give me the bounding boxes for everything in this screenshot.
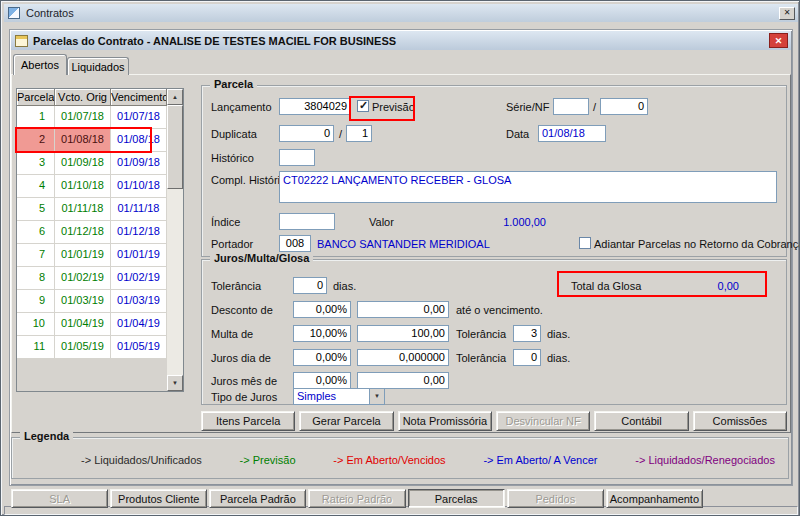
- ate-vencimento-label: até o vencimento.: [456, 304, 543, 316]
- data-input[interactable]: 01/08/18: [538, 125, 606, 142]
- dialog-close-button[interactable]: ✕: [769, 33, 788, 48]
- action-button-itens-parcela[interactable]: Itens Parcela: [201, 411, 295, 431]
- cell-parcela: 7: [17, 244, 55, 267]
- table-row-parcela-8[interactable]: 801/02/1901/02/19: [17, 267, 167, 290]
- serie-nf-slash: /: [593, 101, 596, 113]
- juros-dia-tolerancia-label: Tolerância: [456, 352, 506, 364]
- multa-tolerancia-input[interactable]: 3: [513, 325, 541, 342]
- juros-dia-valor-input[interactable]: 0,000000: [357, 349, 449, 366]
- action-button-comissoes[interactable]: Comissões: [693, 411, 787, 431]
- table-row-parcela-5[interactable]: 501/11/1801/11/18: [17, 198, 167, 221]
- tolerancia-label: Tolerância: [211, 280, 261, 292]
- action-button-desvincular-nf: Desvincular NF: [496, 411, 590, 431]
- historico-label: Histórico: [211, 152, 254, 164]
- nav-button-produtos-cliente[interactable]: Produtos Cliente: [110, 489, 207, 508]
- table-row-parcela-10[interactable]: 1001/04/1901/04/19: [17, 313, 167, 336]
- juros-dia-pct-input[interactable]: 0,00%: [293, 349, 351, 366]
- desconto-pct-input[interactable]: 0,00%: [293, 301, 351, 318]
- tipo-juros-select[interactable]: Simples ▼: [293, 388, 385, 405]
- lancamento-label: Lançamento: [211, 101, 272, 113]
- parcelas-scrollbar[interactable]: ▲ ▼: [167, 89, 183, 391]
- legend-item-em-aberto-vencidos: -> Em Aberto/Vencidos: [333, 454, 445, 466]
- combo-arrow-icon[interactable]: ▼: [369, 389, 384, 404]
- contratos-window: Contratos ✕ Parcelas do Contrato - ANALI…: [0, 0, 800, 516]
- cell-vcto: 01/01/19: [55, 244, 111, 267]
- serie-input[interactable]: [553, 98, 589, 115]
- outer-close-button[interactable]: ✕: [779, 7, 795, 20]
- juros-dia-label: Juros dia de: [211, 352, 271, 364]
- juros-dia-dias-label: dias.: [547, 352, 570, 364]
- lancamento-input[interactable]: 3804029: [279, 98, 351, 115]
- nav-button-parcela-padrao[interactable]: Parcela Padrão: [209, 489, 306, 508]
- table-row-parcela-6[interactable]: 601/12/1801/12/18: [17, 221, 167, 244]
- tolerancia-input[interactable]: 0: [293, 277, 327, 294]
- dialog-titlebar[interactable]: Parcelas do Contrato - ANALISE DE TESTES…: [11, 31, 791, 50]
- cell-vcto: 01/04/19: [55, 313, 111, 336]
- nav-button-parcelas[interactable]: Parcelas: [408, 489, 505, 508]
- cell-vcto: 01/10/18: [55, 175, 111, 198]
- table-row-parcela-2[interactable]: 201/08/1801/08/18: [17, 129, 167, 152]
- previsao-checkbox[interactable]: [357, 100, 369, 112]
- action-button-bar: Itens ParcelaGerar ParcelaNota Promissór…: [201, 411, 787, 431]
- multa-label: Multa de: [211, 328, 253, 340]
- total-glosa-value: 0,00: [661, 280, 739, 292]
- table-row-parcela-4[interactable]: 401/10/1801/10/18: [17, 175, 167, 198]
- action-button-gerar-parcela[interactable]: Gerar Parcela: [299, 411, 393, 431]
- multa-dias-label: dias.: [547, 328, 570, 340]
- juros-mes-pct-input[interactable]: 0,00%: [293, 372, 351, 389]
- multa-pct-input[interactable]: 10,00%: [293, 325, 351, 342]
- cell-parcela: 6: [17, 221, 55, 244]
- cell-venc: 01/04/19: [111, 313, 167, 336]
- desconto-label: Desconto de: [211, 304, 273, 316]
- duplicata-label: Duplicata: [211, 128, 257, 140]
- juros-mes-label: Juros mês de: [211, 375, 277, 387]
- adiantar-checkbox[interactable]: [579, 237, 591, 249]
- portador-code-input[interactable]: 008: [279, 235, 311, 252]
- cell-vcto: 01/08/18: [55, 129, 111, 152]
- legend-title: Legenda: [20, 430, 73, 442]
- action-button-nota-promissoria[interactable]: Nota Promissória: [398, 411, 492, 431]
- tab-liquidados[interactable]: Liquidados: [67, 57, 129, 75]
- cell-venc: 01/09/18: [111, 152, 167, 175]
- parcelas-grid-rows: 101/07/1801/07/18201/08/1801/08/18301/09…: [17, 106, 167, 391]
- table-row-parcela-3[interactable]: 301/09/1801/09/18: [17, 152, 167, 175]
- cell-parcela: 9: [17, 290, 55, 313]
- nav-button-acompanhamento[interactable]: Acompanhamento: [606, 489, 703, 508]
- column-header-vcto-orig[interactable]: Vcto. Orig: [55, 89, 111, 106]
- previsao-label: Previsão: [372, 101, 415, 113]
- table-row-parcela-7[interactable]: 701/01/1901/01/19: [17, 244, 167, 267]
- cell-vcto: 01/03/19: [55, 290, 111, 313]
- desconto-valor-input[interactable]: 0,00: [357, 301, 449, 318]
- multa-valor-input[interactable]: 100,00: [357, 325, 449, 342]
- nav-button-pedidos: Pedidos: [507, 489, 604, 508]
- legend-item-liquidados-unificados: -> Liquidados/Unificados: [81, 454, 202, 466]
- adiantar-label: Adiantar Parcelas no Retorno da Cobrança: [594, 238, 800, 250]
- cell-parcela: 5: [17, 198, 55, 221]
- duplicata-seq-input[interactable]: 1: [346, 125, 372, 142]
- parcela-group-title: Parcela: [210, 78, 257, 90]
- duplicata-input[interactable]: 0: [279, 125, 334, 142]
- scrollbar-thumb[interactable]: [167, 105, 183, 189]
- tab-abertos[interactable]: Abertos: [13, 54, 67, 75]
- juros-dia-tolerancia-input[interactable]: 0: [513, 349, 541, 366]
- scroll-up-icon[interactable]: ▲: [167, 89, 183, 105]
- table-row-parcela-11[interactable]: 1101/05/1901/05/19: [17, 336, 167, 359]
- indice-input[interactable]: [279, 213, 335, 230]
- nav-button-rateio-padrao: Rateio Padrão: [308, 489, 405, 508]
- cell-parcela: 10: [17, 313, 55, 336]
- outer-titlebar[interactable]: Contratos ✕: [4, 4, 798, 22]
- scroll-down-icon[interactable]: ▼: [167, 375, 183, 391]
- parcelas-grid: ParcelaVcto. OrigVencimento 101/07/1801/…: [16, 88, 184, 392]
- action-button-contabil[interactable]: Contábil: [594, 411, 688, 431]
- total-glosa-label: Total da Glosa: [571, 280, 641, 292]
- column-header-parcela[interactable]: Parcela: [17, 89, 55, 106]
- juros-group-title: Juros/Multa/Glosa: [210, 252, 313, 264]
- compl-historico-input[interactable]: CT02222 LANÇAMENTO RECEBER - GLOSA: [279, 171, 777, 203]
- juros-mes-valor-input[interactable]: 0,00: [357, 372, 449, 389]
- nf-input[interactable]: 0: [600, 98, 648, 115]
- legend-item-previsao: -> Previsão: [240, 454, 296, 466]
- column-header-vencimento[interactable]: Vencimento: [111, 89, 167, 106]
- table-row-parcela-9[interactable]: 901/03/1901/03/19: [17, 290, 167, 313]
- table-row-parcela-1[interactable]: 101/07/1801/07/18: [17, 106, 167, 129]
- historico-input[interactable]: [279, 149, 315, 166]
